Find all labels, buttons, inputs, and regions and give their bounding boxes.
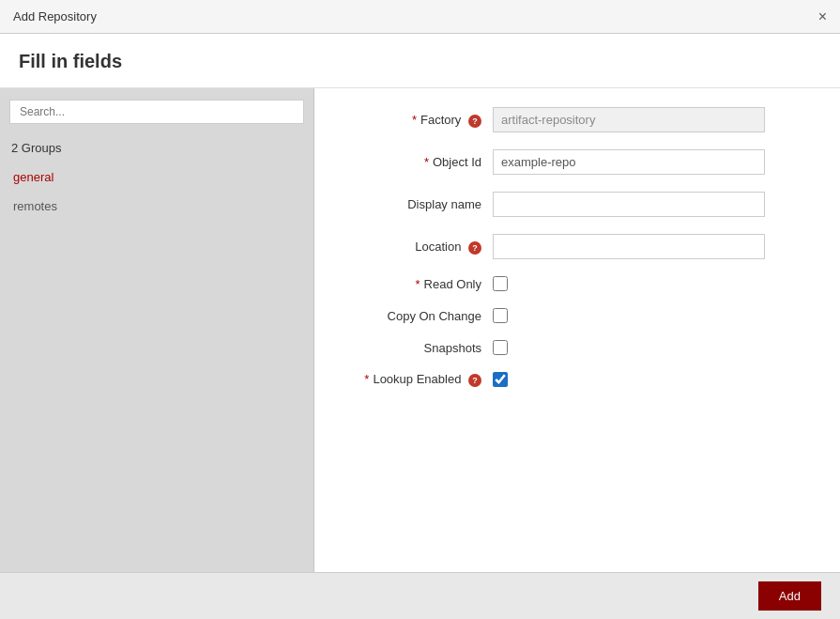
page-title: Fill in fields <box>19 51 122 71</box>
content-area: 2 Groups general remotes *Factory ? <box>0 88 840 572</box>
form-row-factory: *Factory ? <box>343 107 812 132</box>
location-input[interactable] <box>493 234 765 259</box>
lookup-enabled-checkbox[interactable] <box>493 372 508 387</box>
dialog-title: Add Repository <box>13 9 97 23</box>
form-row-display-name: Display name <box>343 192 812 217</box>
required-star-2: * <box>424 155 429 169</box>
form-row-location: Location ? <box>343 234 812 259</box>
read-only-checkbox[interactable] <box>493 276 508 291</box>
copy-on-change-label: Copy On Change <box>343 309 493 323</box>
dialog-footer: Add <box>0 572 840 619</box>
copy-on-change-checkbox[interactable] <box>493 308 508 323</box>
search-box[interactable] <box>9 100 304 124</box>
dialog-wrapper: Add Repository × Fill in fields 2 Groups… <box>0 0 840 619</box>
factory-label: *Factory ? <box>343 113 493 128</box>
object-id-input[interactable] <box>493 149 765 175</box>
sidebar-item-remotes[interactable]: remotes <box>0 192 313 221</box>
form-panel: *Factory ? *Object Id Display name <box>314 88 840 572</box>
sidebar-item-general[interactable]: general <box>0 162 313 192</box>
add-button[interactable]: Add <box>758 581 821 611</box>
factory-input <box>493 107 765 132</box>
form-row-object-id: *Object Id <box>343 149 812 175</box>
location-label: Location ? <box>343 240 493 255</box>
display-name-label: Display name <box>343 197 493 211</box>
snapshots-label: Snapshots <box>343 341 493 355</box>
lookup-enabled-help-icon[interactable]: ? <box>468 374 481 387</box>
required-star-3: * <box>416 277 420 291</box>
lookup-enabled-label: *Lookup Enabled ? <box>343 372 493 387</box>
object-id-label: *Object Id <box>343 155 493 169</box>
page-title-bar: Fill in fields <box>0 34 840 88</box>
form-row-lookup-enabled: *Lookup Enabled ? <box>343 372 812 387</box>
snapshots-checkbox[interactable] <box>493 340 508 355</box>
display-name-input[interactable] <box>493 192 765 217</box>
sidebar: 2 Groups general remotes <box>0 88 314 572</box>
search-input[interactable] <box>9 100 304 124</box>
required-star: * <box>412 113 417 127</box>
dialog-titlebar: Add Repository × <box>0 0 840 34</box>
read-only-label: *Read Only <box>343 277 493 291</box>
required-star-4: * <box>364 372 369 386</box>
factory-help-icon[interactable]: ? <box>468 115 481 128</box>
form-row-snapshots: Snapshots <box>343 340 812 355</box>
location-help-icon[interactable]: ? <box>468 241 481 255</box>
dialog-body: Fill in fields 2 Groups general remotes … <box>0 34 840 572</box>
form-row-read-only: *Read Only <box>343 276 812 291</box>
close-button[interactable]: × <box>818 9 827 24</box>
form-row-copy-on-change: Copy On Change <box>343 308 812 323</box>
groups-header: 2 Groups <box>0 133 313 162</box>
